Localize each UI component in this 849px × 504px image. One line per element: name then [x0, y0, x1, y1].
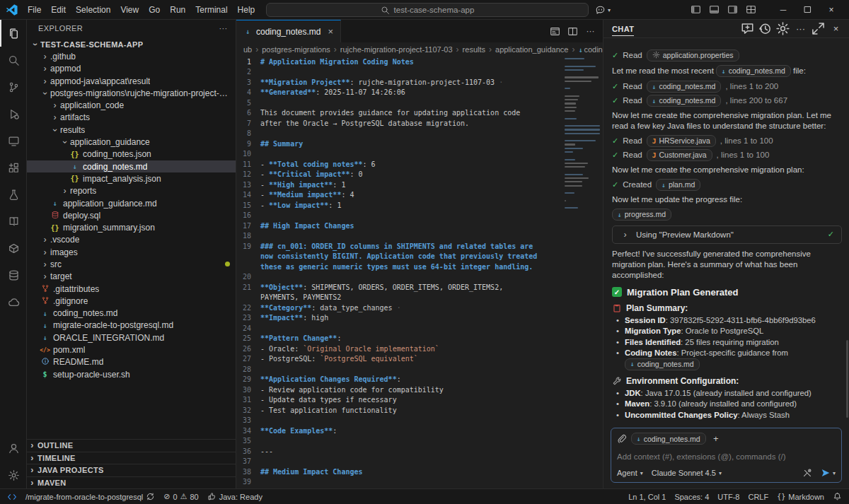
send-button[interactable]: ▾	[821, 468, 836, 478]
activity-settings[interactable]	[0, 462, 26, 488]
activity-containers[interactable]	[0, 235, 26, 262]
tree-item[interactable]: </>pom.xml	[27, 344, 236, 356]
notifications-item[interactable]	[828, 492, 846, 501]
activity-search[interactable]	[0, 47, 26, 74]
tool-call-row[interactable]: ✓ReadJCustomer.java, lines 1 to 100	[612, 149, 842, 161]
breadcrumb-item[interactable]: application_guidance	[495, 45, 568, 54]
file-chip[interactable]: application.properties	[647, 49, 739, 61]
activity-extensions[interactable]	[0, 154, 26, 181]
chat-scrollbar[interactable]	[846, 340, 848, 418]
tree-item[interactable]: ↓migrate-oracle-to-postgresql.md	[27, 320, 236, 332]
tree-item[interactable]: ›TEST-CASE-SCHEMA-APP	[27, 38, 236, 50]
chat-input-field[interactable]: Add context (#), extensions (@), command…	[617, 446, 836, 467]
chat-input-box[interactable]: ↓ coding_notes.md + Add context (#), ext…	[611, 428, 842, 483]
java-status-item[interactable]: Java: Ready	[203, 489, 267, 504]
breadcrumb-item[interactable]: ub	[243, 45, 252, 54]
copilot-menu[interactable]: ▾	[595, 3, 611, 17]
tree-item[interactable]: README.md	[27, 356, 236, 368]
add-context-button[interactable]: +	[710, 433, 722, 445]
toggle-panel-icon[interactable]	[709, 4, 720, 15]
file-chip[interactable]: ↓plan.md	[656, 179, 700, 191]
activity-source-control[interactable]	[0, 74, 26, 100]
eol-sequence[interactable]: CRLF	[744, 493, 773, 501]
breadcrumb-item[interactable]: ↓coding_notes.md	[578, 45, 603, 54]
activity-testing[interactable]	[0, 181, 26, 208]
problems-item[interactable]: ⊘ 0 ⚠ 80	[159, 489, 202, 504]
tree-item[interactable]: ›reports	[27, 185, 236, 197]
split-editor-icon[interactable]	[567, 26, 578, 37]
attach-context-button[interactable]	[617, 434, 627, 444]
tool-call-row[interactable]: ✓Read↓coding_notes.md, lines 1 to 200	[612, 81, 842, 93]
file-chip[interactable]: JCustomer.java	[647, 149, 712, 161]
tree-item[interactable]: deploy.sql	[27, 209, 236, 221]
tree-item[interactable]: {}coding_notes.json	[27, 148, 236, 160]
file-chip[interactable]: ↓progress.md	[612, 209, 671, 221]
tree-item[interactable]: ›application_code	[27, 99, 236, 111]
tree-item[interactable]: ›application_guidance	[27, 136, 236, 148]
tree-item[interactable]: ›src	[27, 258, 236, 270]
minimize-button[interactable]: ─	[771, 0, 795, 20]
menu-edit[interactable]: Edit	[46, 3, 71, 17]
attached-file-chip[interactable]: ↓ coding_notes.md	[631, 433, 706, 445]
tree-item[interactable]: ↓ORACLE_INTEGRATION.md	[27, 332, 236, 344]
new-chat-icon[interactable]	[740, 21, 755, 36]
activity-accounts[interactable]	[0, 435, 26, 462]
close-window-button[interactable]: ×	[819, 0, 843, 20]
tree-item[interactable]: ›appmod	[27, 63, 236, 75]
customize-layout-icon[interactable]	[746, 4, 756, 15]
settings-icon[interactable]	[775, 21, 790, 36]
agent-mode-dropdown[interactable]: Agent▾	[617, 469, 643, 477]
model-picker-dropdown[interactable]: Claude Sonnet 4.5▾	[652, 469, 722, 477]
sidebar-section-outline[interactable]: ›OUTLINE	[27, 439, 236, 452]
tool-action-box[interactable]: ›Using "Preview Markdown"✓	[612, 225, 842, 244]
tree-item[interactable]: ›images	[27, 246, 236, 258]
menu-help[interactable]: Help	[233, 3, 260, 17]
tree-item[interactable]: ›.vscode	[27, 234, 236, 246]
file-chip[interactable]: ↓coding_notes.md	[647, 95, 722, 107]
explorer-more-actions-icon[interactable]: ···	[218, 23, 229, 34]
activity-references[interactable]	[0, 208, 26, 235]
tool-call-row[interactable]: ✓ReadJHRService.java, lines 1 to 100	[612, 135, 842, 147]
activity-cloud[interactable]	[0, 288, 26, 315]
file-chip[interactable]: ↓coding_notes.md	[647, 81, 722, 93]
tree-item[interactable]: .gitignore	[27, 295, 236, 307]
git-branch-item[interactable]: /migrate-from-oracle-to-postgresql	[21, 489, 159, 504]
tool-call-row[interactable]: ✓Readapplication.properties	[612, 49, 842, 61]
open-preview-icon[interactable]	[550, 26, 560, 37]
cursor-position[interactable]: Ln 1, Col 1	[624, 493, 670, 501]
code-editor[interactable]: 1# Application Migration Coding Notes23*…	[236, 57, 564, 488]
activity-explorer[interactable]	[0, 20, 26, 47]
menu-terminal[interactable]: Terminal	[190, 3, 232, 17]
more-icon[interactable]: ···	[793, 21, 808, 36]
tool-call-row[interactable]: ✓Read↓coding_notes.md, lines 200 to 667	[612, 95, 842, 107]
tree-item[interactable]: ›postgres-migrations\rujche-migration-pr…	[27, 87, 236, 99]
file-chip[interactable]: ↓coding_notes.md	[716, 65, 791, 77]
menu-go[interactable]: Go	[144, 3, 165, 17]
expand-icon[interactable]	[811, 21, 826, 36]
breadcrumb-item[interactable]: results	[463, 45, 485, 54]
menu-view[interactable]: View	[115, 3, 144, 17]
activity-remote-explorer[interactable]	[0, 127, 26, 154]
toggle-sidebar-icon[interactable]	[691, 4, 701, 15]
tree-item[interactable]: ↓coding_notes.md	[27, 160, 236, 172]
activity-run-and-debug[interactable]	[0, 100, 26, 127]
file-chip[interactable]: JHRService.java	[647, 135, 716, 147]
minimap[interactable]	[565, 57, 601, 488]
history-icon[interactable]	[758, 21, 773, 36]
breadcrumb-item[interactable]: rujche-migration-project-1107-03	[340, 45, 453, 54]
indentation[interactable]: Spaces: 4	[670, 493, 713, 501]
breadcrumb-item[interactable]: postgres-migrations	[262, 45, 330, 54]
command-center-search[interactable]: test-case-schema-app	[266, 3, 589, 17]
remote-indicator[interactable]	[3, 489, 21, 504]
tree-item[interactable]: ↓application_guidance.md	[27, 197, 236, 209]
tree-item[interactable]: ›artifacts	[27, 112, 236, 124]
tree-item[interactable]: ›results	[27, 124, 236, 136]
tree-item[interactable]: {}migration_summary.json	[27, 221, 236, 233]
configure-tools-button[interactable]	[802, 468, 812, 478]
menu-selection[interactable]: Selection	[71, 3, 115, 17]
tree-item[interactable]: ›target	[27, 271, 236, 283]
sidebar-section-java-projects[interactable]: ›JAVA PROJECTS	[27, 464, 236, 476]
close-tab-icon[interactable]: ×	[328, 26, 333, 37]
tree-item[interactable]: ›appmod-java\appcat\result	[27, 75, 236, 87]
tool-call-row[interactable]: ✓Created↓plan.md	[612, 179, 842, 191]
